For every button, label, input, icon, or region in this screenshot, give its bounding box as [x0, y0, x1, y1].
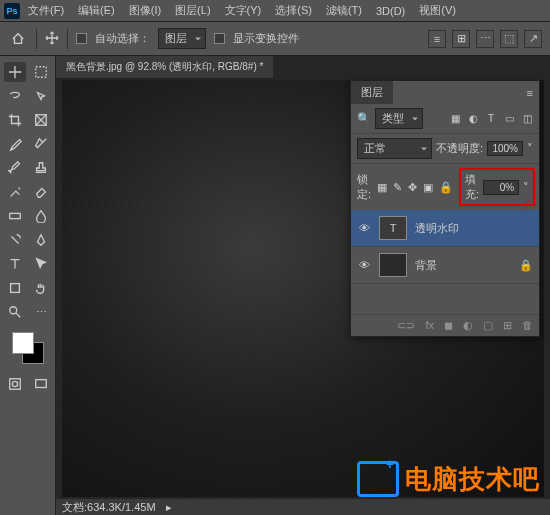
quick-select-tool[interactable]: [30, 86, 52, 106]
history-brush-tool[interactable]: [4, 182, 26, 202]
blur-tool[interactable]: [30, 206, 52, 226]
marquee-tool[interactable]: [30, 62, 52, 82]
home-icon[interactable]: [8, 29, 28, 49]
layer-fx-icon[interactable]: fx: [425, 319, 434, 332]
lasso-tool[interactable]: [4, 86, 26, 106]
fill-highlight: 填充: 0% ˅: [459, 168, 535, 206]
zoom-tool[interactable]: [4, 302, 26, 322]
menu-filter[interactable]: 滤镜(T): [320, 1, 368, 20]
watermark-icon: [357, 461, 399, 497]
svg-rect-7: [36, 380, 47, 388]
layer-item-background[interactable]: 👁 背景 🔒: [351, 247, 539, 284]
menu-text[interactable]: 文字(Y): [219, 1, 268, 20]
layers-tab[interactable]: 图层: [351, 81, 393, 104]
edit-toolbar[interactable]: ⋯: [30, 302, 52, 322]
layer-name[interactable]: 背景: [415, 258, 437, 273]
quick-mask[interactable]: [4, 374, 26, 394]
layer-mask-icon[interactable]: ◼: [444, 319, 453, 332]
filter-smart-icon[interactable]: ◫: [521, 113, 533, 125]
pen-tool[interactable]: [30, 230, 52, 250]
layer-thumb-image: [379, 253, 407, 277]
eraser-tool[interactable]: [30, 182, 52, 202]
gradient-tool[interactable]: [4, 206, 26, 226]
menu-view[interactable]: 视图(V): [413, 1, 462, 20]
lock-label: 锁定:: [357, 172, 371, 202]
svg-point-4: [10, 307, 17, 314]
align-icon-3[interactable]: ⋯: [476, 30, 494, 48]
shape-tool[interactable]: [4, 278, 26, 298]
svg-rect-5: [10, 379, 21, 390]
menu-select[interactable]: 选择(S): [269, 1, 318, 20]
site-watermark: 电脑技术吧: [357, 461, 540, 497]
auto-select-checkbox[interactable]: [76, 33, 87, 44]
link-layers-icon[interactable]: ⊂⊃: [397, 319, 415, 332]
layers-panel: 图层 ≡ 🔍 类型 ▦ ◐ T ▭ ◫ 正常 不透明度: 100% ˅ 锁定: …: [350, 80, 540, 337]
doc-size: 文档:634.3K/1.45M: [62, 500, 156, 515]
menu-edit[interactable]: 编辑(E): [72, 1, 121, 20]
move-tool-icon: [45, 31, 59, 47]
frame-tool[interactable]: [30, 110, 52, 130]
svg-rect-0: [36, 67, 47, 78]
lock-icon: 🔒: [519, 259, 533, 272]
path-select-tool[interactable]: [30, 254, 52, 274]
layer-name[interactable]: 透明水印: [415, 221, 459, 236]
3d-mode-icon[interactable]: ⬚: [500, 30, 518, 48]
visibility-toggle[interactable]: 👁: [357, 259, 371, 271]
type-tool[interactable]: [4, 254, 26, 274]
filter-shape-icon[interactable]: ▭: [503, 113, 515, 125]
lock-all-icon[interactable]: 🔒: [439, 181, 453, 194]
menu-image[interactable]: 图像(I): [123, 1, 167, 20]
lock-pixels-icon[interactable]: ✎: [393, 181, 402, 194]
search-icon: 🔍: [357, 112, 371, 125]
toolbar: ⋯: [0, 56, 56, 515]
document-tab[interactable]: 黑色背景.jpg @ 92.8% (透明水印, RGB/8#) *: [56, 56, 273, 79]
svg-rect-3: [11, 284, 20, 293]
dodge-tool[interactable]: [4, 230, 26, 250]
filter-adjust-icon[interactable]: ◐: [467, 113, 479, 125]
new-layer-icon[interactable]: ⊞: [503, 319, 512, 332]
app-logo: Ps: [4, 3, 20, 19]
eyedropper-tool[interactable]: [4, 134, 26, 154]
blend-mode-dropdown[interactable]: 正常: [357, 138, 432, 159]
menu-file[interactable]: 文件(F): [22, 1, 70, 20]
status-arrow-icon[interactable]: ▸: [166, 501, 172, 514]
show-transform-label: 显示变换控件: [233, 31, 299, 46]
filter-type-dropdown[interactable]: 类型: [375, 108, 423, 129]
brush-tool[interactable]: [4, 158, 26, 178]
delete-layer-icon[interactable]: 🗑: [522, 319, 533, 332]
lock-position-icon[interactable]: ✥: [408, 181, 417, 194]
fill-value[interactable]: 0%: [483, 180, 519, 195]
panel-menu-icon[interactable]: ≡: [521, 87, 539, 99]
crop-tool[interactable]: [4, 110, 26, 130]
layer-thumb-text: T: [379, 216, 407, 240]
move-tool[interactable]: [4, 62, 26, 82]
svg-rect-2: [10, 213, 21, 218]
screen-mode[interactable]: [30, 374, 52, 394]
fill-label: 填充:: [465, 172, 479, 202]
filter-pixel-icon[interactable]: ▦: [449, 113, 461, 125]
filter-type-icon[interactable]: T: [485, 113, 497, 125]
menu-3d[interactable]: 3D(D): [370, 3, 411, 19]
visibility-toggle[interactable]: 👁: [357, 222, 371, 234]
opacity-value[interactable]: 100%: [487, 141, 523, 156]
align-icon-1[interactable]: ≡: [428, 30, 446, 48]
auto-select-label: 自动选择：: [95, 31, 150, 46]
fill-chevron-icon[interactable]: ˅: [523, 181, 529, 194]
color-swatch[interactable]: [12, 332, 44, 364]
opacity-chevron-icon[interactable]: ˅: [527, 142, 533, 155]
auto-select-target-dropdown[interactable]: 图层: [158, 28, 206, 49]
stamp-tool[interactable]: [30, 158, 52, 178]
watermark-text: 电脑技术吧: [405, 462, 540, 497]
group-icon[interactable]: ▢: [483, 319, 493, 332]
lock-artboard-icon[interactable]: ▣: [423, 181, 433, 194]
menu-layer[interactable]: 图层(L): [169, 1, 216, 20]
lock-transparency-icon[interactable]: ▦: [377, 181, 387, 194]
adjustment-layer-icon[interactable]: ◐: [463, 319, 473, 332]
svg-point-6: [12, 381, 17, 386]
share-icon[interactable]: ↗: [524, 30, 542, 48]
hand-tool[interactable]: [30, 278, 52, 298]
layer-item-watermark[interactable]: 👁 T 透明水印: [351, 210, 539, 247]
healing-tool[interactable]: [30, 134, 52, 154]
align-icon-2[interactable]: ⊞: [452, 30, 470, 48]
show-transform-checkbox[interactable]: [214, 33, 225, 44]
